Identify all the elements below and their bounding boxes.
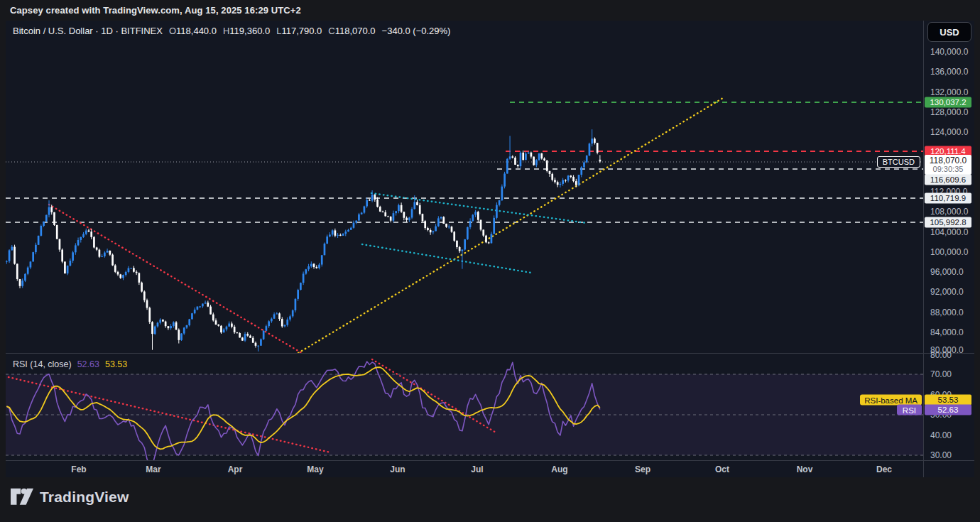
price-tick: 136,000.0 [930, 67, 968, 77]
month-label: Feb [71, 464, 86, 474]
rsi-tick: 40.00 [930, 430, 952, 440]
tradingview-logo-icon [11, 488, 33, 506]
month-label: Apr [228, 464, 243, 474]
rsi-ma-line-label: RSI-based MA [860, 395, 922, 406]
price-tick: 104,000.0 [930, 227, 968, 237]
currency-usd-button[interactable]: USD [927, 22, 971, 42]
price-tick: 100,000.0 [930, 247, 968, 257]
tradingview-wordmark: TradingView [40, 489, 129, 506]
month-label: Jun [390, 464, 405, 474]
month-label: May [307, 464, 323, 474]
chart-canvas[interactable] [6, 21, 974, 477]
rsi-title[interactable]: RSI (14, close) [13, 359, 72, 369]
attribution-text: Capsey created with TradingView.com, Aug… [10, 5, 301, 16]
rsi-tick: 30.00 [930, 450, 952, 460]
ohlc-low: L117,790.0 [276, 26, 322, 36]
rsi-axis-value: 52.63 [925, 405, 971, 415]
price-tick: 108,000.0 [930, 207, 968, 217]
rsi-line-label: RSI [897, 405, 922, 415]
green-line-price-label: 130,037.2 [925, 97, 971, 108]
price-tick: 132,000.0 [930, 87, 968, 97]
rsi-tick: 70.00 [930, 369, 952, 379]
price-tick: 92,000.0 [930, 287, 964, 297]
price-tick: 84,000.0 [930, 327, 964, 337]
ohlc-change: −340.0 (−0.29%) [382, 26, 451, 36]
rsi-ma-axis-value: 53.53 [925, 395, 971, 406]
month-label: Aug [551, 464, 567, 474]
ohlc-close: C118,070.0 [328, 26, 375, 36]
rsi-tick: 80.00 [930, 350, 952, 360]
symbol-price-line-label: BTCUSD [877, 156, 920, 168]
price-tick: 88,000.0 [930, 308, 964, 317]
month-label: Mar [146, 464, 160, 474]
bar-countdown: 09:30:35 [926, 165, 970, 174]
ohlc-high: H119,360.0 [223, 26, 270, 36]
month-label: Oct [715, 464, 729, 474]
white-line-price-label-2: 110,719.9 [925, 193, 971, 204]
month-label: Jul [471, 464, 483, 474]
price-tick: 96,000.0 [930, 267, 964, 277]
ohlc-open: O118,440.0 [169, 26, 217, 36]
rsi-current-value: 52.63 [77, 359, 99, 369]
white-line-price-label-1: 116,609.6 [925, 175, 971, 185]
symbol-title[interactable]: Bitcoin / U.S. Dollar · 1D · BITFINEX [13, 26, 163, 36]
month-label: Sep [635, 464, 650, 474]
price-tick: 140,000.0 [930, 47, 968, 57]
current-price-value: 118,070.0 [926, 156, 970, 165]
tradingview-brand[interactable]: TradingView [11, 488, 129, 506]
symbol-header: Bitcoin / U.S. Dollar · 1D · BITFINEX O1… [13, 26, 450, 36]
price-tick: 124,000.0 [930, 127, 968, 137]
white-line-price-label-3: 105,992.8 [925, 217, 971, 228]
current-price-label: 118,070.0 09:30:35 [925, 155, 971, 175]
rsi-ma-current-value: 53.53 [105, 359, 127, 369]
price-tick: 128,000.0 [930, 107, 968, 117]
month-label: Nov [797, 464, 813, 474]
month-label: Dec [876, 464, 892, 474]
rsi-header: RSI (14, close) 52.63 53.53 [13, 359, 127, 369]
